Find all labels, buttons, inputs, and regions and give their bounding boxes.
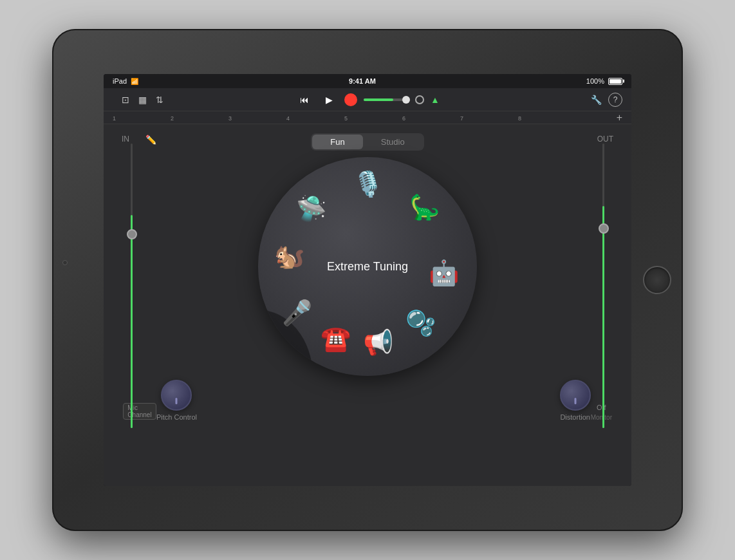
play-button[interactable]: ▶	[320, 91, 338, 109]
mode-tabs: Fun Studio	[311, 133, 423, 151]
monitor-label: Monitor	[591, 414, 612, 421]
battery-icon	[608, 78, 622, 85]
wheel-item-bubble[interactable]: 🫧	[402, 304, 439, 342]
rewind-button[interactable]: ⏮	[295, 91, 313, 109]
ruler-mark-5: 5	[344, 115, 348, 122]
mic-channel-selector[interactable]: MicChannel	[123, 403, 156, 420]
volume-control[interactable]	[364, 98, 409, 101]
bottom-controls: MicChannel Pitch Control Distortion	[116, 380, 619, 421]
pitch-control-group: Pitch Control	[156, 380, 197, 421]
mic-channel-group: MicChannel	[123, 403, 156, 421]
wifi-icon: 📶	[131, 78, 138, 85]
pencil-icon[interactable]: ✏️	[145, 135, 156, 145]
voice-wheel[interactable]: Extreme Tuning 🎙️ 🦕 🤖 🫧 📢 ☎️	[258, 157, 477, 376]
wrench-icon[interactable]: 🔧	[591, 95, 602, 105]
device-name: iPad	[113, 77, 127, 85]
battery-percent: 100%	[586, 77, 604, 85]
pitch-control-knob[interactable]	[161, 380, 192, 411]
status-right: 100%	[586, 77, 622, 85]
battery-fill	[609, 79, 621, 84]
status-left: iPad 📶	[113, 77, 138, 85]
wheel-item-megaphone[interactable]: 📢	[359, 324, 396, 361]
wheel-item-microphone[interactable]: 🎙️	[349, 165, 386, 203]
home-button[interactable]	[643, 266, 671, 294]
volume-fill	[364, 98, 393, 101]
record-button[interactable]	[344, 93, 357, 106]
main-content: IN ✏️ OUT Fun Studio	[104, 124, 631, 486]
volume-dot[interactable]	[415, 95, 424, 104]
ruler: 1 2 3 4 5 6 7 8 +	[104, 111, 631, 124]
distortion-label: Distortion	[560, 413, 590, 421]
side-button	[62, 260, 68, 265]
ruler-mark-8: 8	[518, 115, 521, 122]
tab-studio[interactable]: Studio	[363, 135, 423, 149]
ruler-marks: 1 2 3 4 5 6 7 8	[113, 111, 617, 124]
pitch-control-label: Pitch Control	[156, 413, 197, 421]
wheel-item-monster[interactable]: 🦕	[405, 189, 443, 226]
wheel-item-robot[interactable]: 🤖	[425, 254, 462, 292]
add-track-button[interactable]: +	[617, 112, 622, 124]
ipad-device: iPad 📶 9:41 AM 100% ⊡ ▦ ⇅ ⏮	[52, 29, 683, 531]
ipad-screen: iPad 📶 9:41 AM 100% ⊡ ▦ ⇅ ⏮	[104, 74, 631, 486]
ruler-mark-6: 6	[402, 115, 405, 122]
ruler-mark-3: 3	[228, 115, 232, 122]
off-label: Off	[597, 404, 606, 411]
out-label: OUT	[597, 135, 613, 144]
mixer-icon[interactable]: ⇅	[156, 95, 163, 105]
master-icon[interactable]: ▲	[431, 95, 440, 105]
help-button[interactable]: ?	[608, 93, 622, 107]
ruler-mark-1: 1	[113, 115, 116, 122]
wheel-item-phone[interactable]: ☎️	[317, 320, 354, 357]
mic-channel-label: MicChannel	[127, 404, 151, 418]
out-slider-thumb	[599, 223, 609, 234]
wheel-item-ufo[interactable]: 🛸	[292, 190, 330, 227]
arrange-icon[interactable]: ⊡	[122, 95, 129, 105]
ruler-mark-7: 7	[460, 115, 463, 122]
ruler-mark-4: 4	[286, 115, 290, 122]
distortion-knob[interactable]	[560, 380, 591, 411]
wheel-item-squirrel[interactable]: 🐿️	[270, 238, 308, 275]
wheel-item-handheld-mic[interactable]: 🎤	[278, 294, 315, 331]
tab-fun[interactable]: Fun	[312, 135, 362, 149]
toolbar-left: ⊡ ▦ ⇅	[113, 95, 283, 105]
volume-knob	[402, 96, 410, 104]
status-time: 9:41 AM	[349, 77, 376, 85]
ruler-mark-2: 2	[171, 115, 174, 122]
distortion-group: Distortion	[560, 380, 591, 421]
off-monitor-group: Off Monitor	[591, 404, 612, 421]
grid-icon[interactable]: ▦	[138, 95, 147, 105]
status-bar: iPad 📶 9:41 AM 100%	[104, 74, 631, 88]
volume-slider[interactable]	[364, 98, 409, 101]
in-slider-thumb	[127, 229, 137, 239]
toolbar-right: 🔧 ?	[452, 93, 622, 107]
toolbar: ⊡ ▦ ⇅ ⏮ ▶ ▲ 🔧	[104, 88, 631, 111]
in-label: IN	[122, 135, 129, 144]
voice-changer-panel: IN ✏️ OUT Fun Studio	[104, 124, 631, 486]
toolbar-center: ⏮ ▶ ▲	[283, 91, 452, 109]
